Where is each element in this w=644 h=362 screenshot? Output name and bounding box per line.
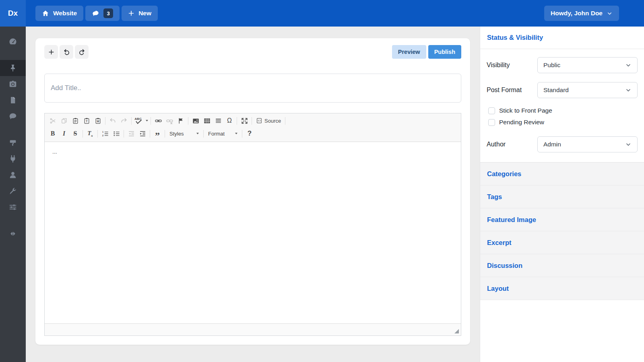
add-block-button[interactable] <box>44 45 58 59</box>
redo-arrow-icon <box>120 117 128 124</box>
post-editor-card: Preview Publish <box>35 38 470 345</box>
chevron-down-icon <box>625 87 632 93</box>
dropdown-caret-icon <box>196 133 199 134</box>
sidebar-item-tools[interactable] <box>0 183 26 199</box>
sidebar-item-users[interactable] <box>0 167 26 183</box>
source-button-label: Source <box>264 118 281 124</box>
post-format-select-value: Standard <box>543 86 569 94</box>
strikethrough-button[interactable]: S <box>70 128 81 139</box>
paste-from-word-button[interactable]: W <box>92 115 103 126</box>
main-content: Preview Publish <box>26 27 480 362</box>
sidebar-item-appearance[interactable] <box>0 135 26 151</box>
post-format-label: Post Format <box>487 86 537 94</box>
paste-button[interactable] <box>70 115 81 126</box>
sidebar-item-pages[interactable] <box>0 92 26 108</box>
italic-button[interactable]: I <box>58 128 70 139</box>
visibility-select[interactable]: Public <box>537 57 638 73</box>
section-label: Tags <box>487 193 502 201</box>
section-tags[interactable]: Tags <box>480 185 644 208</box>
section-featured-image[interactable]: Featured Image <box>480 208 644 231</box>
sidebar-item-dashboard[interactable] <box>0 33 26 49</box>
comment-bubble-icon <box>92 10 99 17</box>
format-dropdown[interactable]: Format <box>205 128 240 139</box>
undo-icon <box>63 48 70 56</box>
toolbar-separator <box>151 117 151 125</box>
svg-text:1: 1 <box>102 131 103 133</box>
maximize-button[interactable] <box>239 115 250 126</box>
copy-button[interactable] <box>58 115 70 126</box>
stick-front-page-checkbox[interactable] <box>488 107 495 114</box>
chevron-down-icon <box>607 10 613 16</box>
toolbar-separator <box>188 117 188 125</box>
insert-table-button[interactable] <box>201 115 213 126</box>
image-icon <box>192 117 200 125</box>
toolbar-separator <box>252 117 252 125</box>
dropdown-caret-icon <box>235 133 237 134</box>
redo-button[interactable] <box>75 45 89 59</box>
help-button[interactable]: ? <box>244 128 255 139</box>
new-button[interactable]: New <box>122 6 158 21</box>
post-format-select[interactable]: Standard <box>537 82 638 98</box>
blockquote-icon: ” <box>155 134 160 138</box>
sidebar-item-comments[interactable] <box>0 108 26 124</box>
bulleted-list-button[interactable] <box>111 128 122 139</box>
comments-button[interactable]: 3 <box>85 6 120 21</box>
preview-button[interactable]: Preview <box>392 45 426 59</box>
panel-sections: Categories Tags Featured Image Excerpt D… <box>480 162 644 300</box>
sidebar-collapse-toggle[interactable] <box>0 226 26 242</box>
editor-header: Preview Publish <box>44 45 461 59</box>
link-button[interactable] <box>153 115 164 126</box>
indent-button[interactable] <box>137 128 148 139</box>
toolbar-separator <box>150 130 150 138</box>
pending-review-checkbox[interactable] <box>488 119 495 126</box>
sidebar-item-media[interactable] <box>0 76 26 92</box>
section-layout[interactable]: Layout <box>480 277 644 300</box>
toolbar-separator <box>97 130 98 138</box>
toolbar-row-1: T W ABC <box>47 114 458 127</box>
bold-button[interactable]: B <box>47 128 58 139</box>
toolbar-undo-button[interactable] <box>107 115 118 126</box>
status-visibility-title: Status & Visibility <box>487 34 543 41</box>
dashboard-icon <box>8 37 18 46</box>
copy-icon <box>61 117 68 124</box>
styles-dropdown[interactable]: Styles <box>167 128 202 139</box>
publish-button[interactable]: Publish <box>428 45 461 59</box>
remove-format-button[interactable]: Tx <box>85 128 96 139</box>
user-menu-button[interactable]: Howdy, John Doe <box>544 6 619 21</box>
numbered-list-button[interactable]: 12 <box>99 128 111 139</box>
section-excerpt[interactable]: Excerpt <box>480 231 644 254</box>
post-title-input[interactable] <box>45 74 461 102</box>
website-button[interactable]: Website <box>35 6 83 21</box>
sidebar-item-plugins[interactable] <box>0 151 26 167</box>
sidebar-item-posts[interactable] <box>0 60 26 76</box>
paste-as-text-button[interactable]: T <box>81 115 92 126</box>
horizontal-line-button[interactable] <box>213 115 224 126</box>
plus-icon <box>128 10 134 16</box>
strikethrough-icon: S <box>74 130 77 137</box>
blockquote-button[interactable]: ” <box>152 128 163 139</box>
special-char-button[interactable]: Ω <box>224 115 235 126</box>
source-button[interactable]: Source <box>254 115 283 126</box>
pending-review-row: Pending Review <box>488 119 638 126</box>
status-visibility-section-header[interactable]: Status & Visibility <box>480 27 644 49</box>
home-icon <box>42 10 49 17</box>
section-discussion[interactable]: Discussion <box>480 254 644 277</box>
editor-body[interactable]: ... <box>45 142 461 323</box>
resize-handle[interactable] <box>454 329 459 333</box>
toolbar-redo-button[interactable] <box>118 115 130 126</box>
unlink-button[interactable] <box>164 115 175 126</box>
insert-image-button[interactable] <box>190 115 201 126</box>
cut-button[interactable] <box>47 115 58 126</box>
author-field-row: Author Admin <box>487 136 638 152</box>
svg-text:ABC: ABC <box>134 117 142 121</box>
undo-button[interactable] <box>60 45 73 59</box>
author-select[interactable]: Admin <box>537 136 638 152</box>
stick-front-page-label: Stick to Front Page <box>499 107 552 114</box>
spellcheck-button[interactable]: ABC <box>133 115 149 126</box>
post-title-field-wrap <box>44 74 461 103</box>
section-categories[interactable]: Categories <box>480 162 644 185</box>
section-label: Featured Image <box>487 216 536 224</box>
outdent-button[interactable] <box>126 128 137 139</box>
anchor-button[interactable] <box>175 115 186 126</box>
sidebar-item-settings[interactable] <box>0 199 26 215</box>
